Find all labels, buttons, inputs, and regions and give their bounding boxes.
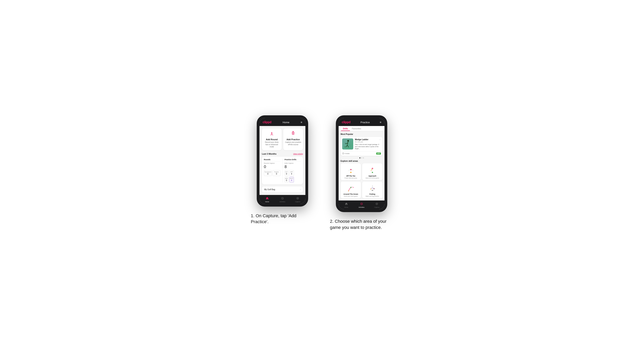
svg-point-13 bbox=[347, 140, 349, 142]
phone1-header: clippd Home ≡ bbox=[260, 118, 306, 126]
rounds-col: Rounds Rounds Capture 0 Tournament 0 bbox=[264, 159, 280, 182]
add-round-card[interactable]: Add Round Record your shots fast or enha… bbox=[262, 128, 282, 150]
add-practice-card[interactable]: Add Practice Capture your practice off-t… bbox=[283, 128, 303, 150]
app-label: APP bbox=[290, 171, 293, 173]
phone1-header-title: Home bbox=[283, 121, 290, 124]
practice-value: 0 bbox=[273, 173, 280, 175]
featured-drill-image bbox=[342, 139, 353, 150]
skill-card-putting[interactable]: Putting Make and lag practice bbox=[362, 181, 382, 198]
ott-box: OTT 0 bbox=[284, 170, 288, 176]
rounds-capture-label: Rounds Capture bbox=[264, 162, 280, 164]
nav-home-label: Home bbox=[265, 201, 269, 203]
svg-point-26 bbox=[372, 172, 373, 173]
phone2-header: clippd Practice ≡ bbox=[338, 118, 384, 126]
capture2-icon bbox=[375, 202, 378, 206]
tab-favourites[interactable]: Favourites bbox=[350, 126, 363, 131]
svg-line-16 bbox=[347, 145, 348, 147]
activity-title: Last 3 Months bbox=[262, 153, 276, 155]
around-green-svg bbox=[346, 183, 355, 192]
explore-title: Explore skill areas bbox=[340, 160, 382, 162]
phone1-section: clippd Home ≡ bbox=[251, 115, 314, 225]
svg-point-34 bbox=[348, 190, 349, 191]
tabs-row: Drills Favourites bbox=[338, 126, 384, 131]
skill-grid: Off The Tee Power and accuracy bbox=[340, 163, 382, 198]
capture-icon bbox=[296, 197, 299, 200]
add-practice-title: Add Practice bbox=[286, 138, 300, 141]
putt-value: 4 bbox=[290, 179, 293, 181]
phone1-menu-icon[interactable]: ≡ bbox=[301, 121, 302, 124]
add-practice-icon bbox=[290, 131, 296, 137]
phone2-menu-icon[interactable]: ≡ bbox=[380, 121, 381, 124]
most-popular-title: Most Popular bbox=[340, 133, 382, 135]
view-activity-link[interactable]: View Activity bbox=[293, 153, 303, 155]
stats-container: Rounds Rounds Capture 0 Tournament 0 bbox=[262, 157, 303, 184]
tournament-label: Tournament bbox=[264, 171, 271, 173]
skill-approach-name: Approach bbox=[368, 175, 376, 177]
activities-icon bbox=[281, 197, 284, 200]
svg-point-28 bbox=[372, 168, 373, 169]
phone2-section: clippd Practice ≡ Drills Favourites Most… bbox=[330, 115, 393, 230]
page-container: clippd Home ≡ bbox=[251, 115, 393, 230]
tournament-box: Tournament 0 bbox=[264, 170, 272, 176]
tournament-value: 0 bbox=[264, 173, 271, 175]
nav2-activities[interactable]: Activities bbox=[354, 201, 369, 209]
nav-activities[interactable]: Activities bbox=[275, 195, 290, 204]
putt-box: PUTT 4 bbox=[289, 177, 294, 182]
nav-capture-label: Capture bbox=[295, 201, 300, 203]
putt-label: PUTT bbox=[290, 178, 293, 179]
phone1-bottom-nav: Home Activities bbox=[260, 195, 306, 204]
skill-card-approach[interactable]: Approach Dial-in to hit the green bbox=[362, 163, 382, 180]
stats-row: Rounds Rounds Capture 0 Tournament 0 bbox=[264, 159, 301, 182]
caption2: 2. Choose which area of your game you wa… bbox=[330, 218, 393, 231]
skill-around-green-sub: Hone your short game bbox=[344, 195, 358, 197]
add-round-title: Add Round bbox=[266, 138, 278, 141]
skill-putting-sub: Make and lag practice bbox=[366, 195, 379, 197]
skill-card-off-the-tee[interactable]: Off The Tee Power and accuracy bbox=[340, 163, 361, 180]
activity-header: Last 3 Months View Activity bbox=[262, 153, 303, 155]
ott-arg-col: OTT 0 ARG 0 bbox=[284, 170, 288, 182]
dot-2 bbox=[361, 158, 362, 158]
activities2-icon bbox=[360, 202, 363, 206]
phone2-logo: clippd bbox=[342, 121, 350, 124]
chevron-right-icon: › bbox=[300, 188, 301, 190]
arg-value: 0 bbox=[285, 179, 288, 181]
phone1-shell: clippd Home ≡ bbox=[257, 115, 308, 206]
dots-row bbox=[340, 158, 382, 158]
app-putt-col: APP 4 PUTT 4 bbox=[289, 170, 294, 182]
svg-point-25 bbox=[350, 169, 352, 170]
featured-drill-desc: Play 1 shot at each target yardage. If y… bbox=[355, 144, 381, 150]
ott-value: 0 bbox=[285, 173, 288, 175]
off-the-tee-svg bbox=[346, 165, 355, 174]
drills-mini-stats: OTT 0 ARG 0 bbox=[284, 170, 301, 182]
shots-info: 9 shots bbox=[342, 153, 350, 155]
app-badge: APP bbox=[376, 153, 381, 155]
practice-label: Practice bbox=[273, 171, 280, 173]
practice-content: Most Popular bbox=[338, 131, 384, 200]
nav-home[interactable]: Home bbox=[260, 195, 275, 204]
caption1: 1. On Capture, tap 'Add Practice'. bbox=[251, 213, 314, 225]
golf-bag-row[interactable]: My Golf Bag › bbox=[262, 186, 303, 192]
skill-card-around-green[interactable]: Around The Green Hone your short game bbox=[340, 181, 361, 198]
nav2-capture[interactable]: Capture bbox=[369, 201, 384, 209]
svg-line-15 bbox=[346, 145, 347, 147]
star-icon[interactable]: ☆ bbox=[379, 139, 381, 141]
featured-drill-card[interactable]: Wedge Ladder ☆ 50–100 yds Play 1 shot at… bbox=[340, 137, 382, 156]
tab-drills[interactable]: Drills bbox=[341, 126, 350, 131]
nav2-home-label: Home bbox=[344, 206, 348, 208]
app-box: APP 4 bbox=[289, 170, 294, 176]
svg-point-38 bbox=[370, 188, 371, 189]
add-practice-sub: Capture your practice off-the-course bbox=[285, 141, 302, 146]
nav-capture[interactable]: Capture bbox=[290, 195, 306, 204]
phone2-screen: clippd Practice ≡ Drills Favourites Most… bbox=[338, 118, 384, 209]
skill-off-the-tee-name: Off The Tee bbox=[346, 175, 355, 177]
putting-icon-area bbox=[368, 183, 377, 192]
svg-line-18 bbox=[345, 143, 346, 144]
app-value: 4 bbox=[290, 173, 293, 175]
svg-point-29 bbox=[371, 170, 371, 171]
action-cards-row: Add Round Record your shots fast or enha… bbox=[262, 128, 303, 150]
nav2-home[interactable]: Home bbox=[338, 201, 354, 209]
skill-approach-sub: Dial-in to hit the green bbox=[366, 177, 379, 179]
add-round-icon bbox=[269, 131, 274, 137]
svg-point-0 bbox=[271, 132, 272, 133]
around-green-icon-area bbox=[346, 183, 355, 192]
